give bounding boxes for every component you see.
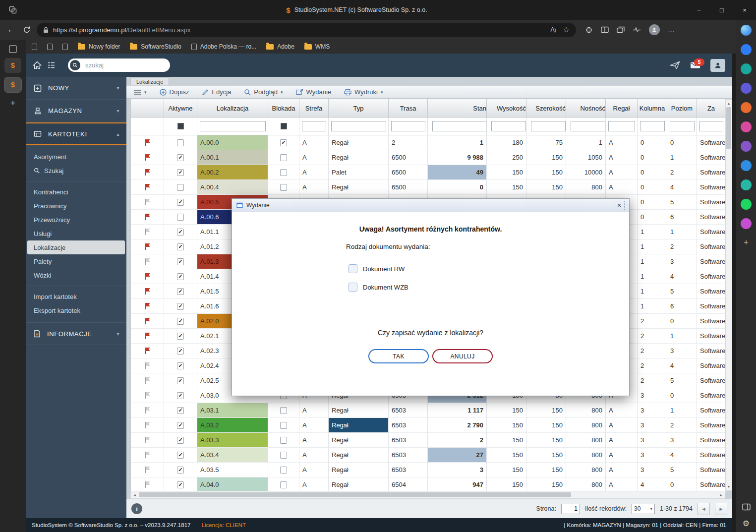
- workspaces-icon[interactable]: [8, 45, 17, 54]
- column-header[interactable]: Nośność: [566, 99, 606, 118]
- active-cell[interactable]: [164, 403, 197, 418]
- flag-cell[interactable]: [131, 418, 164, 433]
- flag-icon[interactable]: [144, 198, 151, 206]
- kolumna-cell[interactable]: 4: [638, 477, 667, 492]
- za-cell[interactable]: Software: [697, 463, 726, 477]
- flag-cell[interactable]: [131, 433, 164, 448]
- dialog-titlebar[interactable]: Wydanie ✕: [232, 199, 629, 212]
- stan-cell[interactable]: 1 117: [428, 403, 487, 418]
- active-cell[interactable]: [164, 463, 197, 477]
- trasa-cell[interactable]: 6500: [389, 180, 428, 195]
- collections-icon[interactable]: [617, 26, 625, 33]
- bookmark-item[interactable]: [62, 44, 68, 50]
- poziom-cell[interactable]: 5: [667, 284, 697, 299]
- szerokosc-cell[interactable]: 150: [526, 477, 566, 492]
- outlook-icon[interactable]: [741, 160, 752, 171]
- podglad-button[interactable]: Podgląd ▾: [244, 88, 283, 96]
- flag-cell[interactable]: [131, 373, 164, 388]
- active-checkbox[interactable]: [177, 199, 184, 206]
- filter-input[interactable]: [699, 121, 723, 131]
- flag-cell[interactable]: [131, 344, 164, 358]
- mail-icon[interactable]: 5: [690, 61, 700, 69]
- scroll-left-icon[interactable]: ◄: [131, 491, 138, 498]
- active-checkbox[interactable]: [177, 377, 184, 384]
- scroll-down-icon[interactable]: ▼: [726, 483, 732, 490]
- active-cell[interactable]: [164, 344, 197, 358]
- nosnosc-cell[interactable]: 1: [566, 135, 606, 150]
- column-header[interactable]: Lokalizacja: [197, 99, 268, 118]
- strefa-cell[interactable]: A: [299, 448, 329, 463]
- regal-cell[interactable]: A: [606, 403, 638, 418]
- typ-cell[interactable]: Palet: [329, 165, 389, 180]
- wysokosc-cell[interactable]: 150: [487, 477, 526, 492]
- kolumna-cell[interactable]: 0: [638, 210, 667, 225]
- active-cell[interactable]: [164, 135, 197, 150]
- wysokosc-cell[interactable]: 150: [487, 418, 526, 433]
- next-page-button[interactable]: ►: [715, 503, 727, 515]
- active-checkbox[interactable]: [177, 273, 184, 280]
- browser-essentials-icon[interactable]: [633, 27, 641, 33]
- dialog-close-icon[interactable]: ✕: [614, 201, 625, 210]
- poziom-cell[interactable]: 4: [667, 358, 697, 373]
- active-checkbox[interactable]: [177, 407, 184, 414]
- send-icon[interactable]: [670, 61, 680, 69]
- lokalizacja-cell[interactable]: A.00.4: [197, 180, 268, 195]
- active-cell[interactable]: [164, 388, 197, 403]
- poziom-cell[interactable]: 5: [667, 195, 697, 210]
- sidebar-section-informacje[interactable]: INFORMACJE ▾: [26, 322, 126, 345]
- flag-icon[interactable]: [144, 481, 151, 488]
- sidebar-section-magazyn[interactable]: MAGAZYN ▾: [26, 100, 126, 122]
- za-cell[interactable]: Software: [697, 165, 726, 180]
- table-row[interactable]: A.03.2ARegał65032 790150150800A32Softwar…: [131, 418, 726, 433]
- typ-cell[interactable]: Regał: [329, 180, 389, 195]
- blokada-cell[interactable]: [268, 135, 299, 150]
- blokada-checkbox[interactable]: [280, 184, 287, 191]
- wysokosc-cell[interactable]: 150: [487, 165, 526, 180]
- za-cell[interactable]: Software: [697, 358, 726, 373]
- column-header[interactable]: Blokada: [268, 99, 299, 118]
- bookmark-item[interactable]: SoftwareStudio: [130, 43, 181, 50]
- wydanie-button[interactable]: Wydanie: [296, 88, 331, 96]
- za-cell[interactable]: Software: [697, 150, 726, 165]
- flag-cell[interactable]: [131, 388, 164, 403]
- regal-cell[interactable]: A: [606, 180, 638, 195]
- poziom-cell[interactable]: 5: [667, 463, 697, 477]
- bookmark-item[interactable]: Adobe: [266, 43, 294, 50]
- blokada-checkbox[interactable]: [280, 422, 287, 429]
- kolumna-cell[interactable]: 2: [638, 314, 667, 329]
- blokada-cell[interactable]: [268, 477, 299, 492]
- column-header[interactable]: Stan: [428, 99, 487, 118]
- refresh-icon[interactable]: [23, 26, 31, 34]
- table-row[interactable]: A.03.3ARegał65032150150800A33Software: [131, 433, 726, 448]
- active-cell[interactable]: [164, 299, 197, 314]
- active-cell[interactable]: [164, 195, 197, 210]
- checkbox-icon[interactable]: [349, 264, 357, 273]
- za-cell[interactable]: Software: [697, 314, 726, 329]
- filter-input[interactable]: [531, 121, 566, 131]
- more-menu-icon[interactable]: …: [668, 26, 675, 34]
- active-cell[interactable]: [164, 150, 197, 165]
- table-row[interactable]: A.00.4ARegał65000150150800A04Software: [131, 180, 726, 195]
- kolumna-cell[interactable]: 0: [638, 135, 667, 150]
- lokalizacja-cell[interactable]: A.00.0: [197, 135, 268, 150]
- lokalizacja-cell[interactable]: A.04.0: [197, 477, 268, 492]
- blokada-cell[interactable]: [268, 433, 299, 448]
- m365-icon[interactable]: [741, 141, 752, 152]
- table-row[interactable]: A.00.0ARegał21180751A00Software: [131, 135, 726, 150]
- edycja-button[interactable]: Edycja: [202, 88, 231, 96]
- flag-cell[interactable]: [131, 463, 164, 477]
- active-checkbox[interactable]: [177, 481, 184, 488]
- active-checkbox[interactable]: [177, 467, 184, 473]
- szerokosc-cell[interactable]: 150: [526, 165, 566, 180]
- stan-cell[interactable]: 27: [428, 448, 487, 463]
- active-checkbox[interactable]: [177, 392, 184, 399]
- active-cell[interactable]: [164, 254, 197, 269]
- filter-input[interactable]: [302, 121, 326, 131]
- drop-icon[interactable]: [741, 44, 752, 55]
- sidebar-item-szukaj[interactable]: Szukaj: [26, 164, 126, 177]
- poziom-cell[interactable]: 6: [667, 299, 697, 314]
- column-header[interactable]: [131, 99, 164, 118]
- column-header[interactable]: Strefa: [299, 99, 329, 118]
- blokada-checkbox[interactable]: [280, 169, 287, 176]
- regal-cell[interactable]: A: [606, 433, 638, 448]
